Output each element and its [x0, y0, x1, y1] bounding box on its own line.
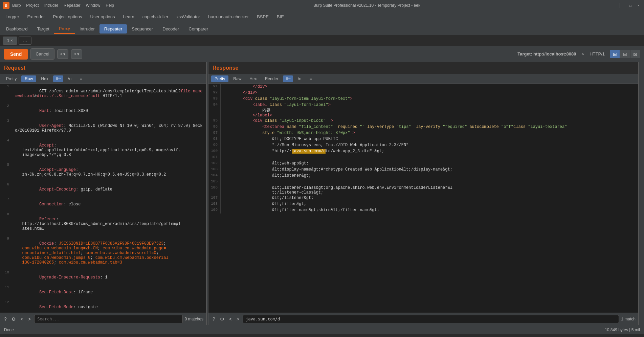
resp-line-92: 92 </div> [208, 90, 638, 96]
repeater-tab-1[interactable]: 1 × [3, 37, 17, 45]
resp-line-91: 91 </div> [208, 84, 638, 90]
nav-back-button[interactable]: < ▾ [57, 49, 68, 59]
req-linecontent-11: Sec-Fetch-Dest: iframe [12, 285, 206, 300]
tab-dashboard[interactable]: Dashboard [1, 24, 32, 33]
menu-intruder[interactable]: Intruder [44, 3, 58, 8]
menu-bspe[interactable]: BSPE [253, 12, 273, 21]
close-btn[interactable]: × [636, 3, 641, 8]
cancel-button[interactable]: Cancel [30, 48, 54, 60]
layout-split-btn[interactable]: ⊞ [610, 50, 620, 58]
repeater-tab-bar: 1 × … [0, 35, 644, 46]
resp-line-102: 102 &lt;web-app&gt; [208, 161, 638, 167]
tab-sequencer[interactable]: Sequencer [127, 24, 158, 33]
req-cookie-page: com.wibu.cm.webadmin.page= [103, 246, 166, 251]
req-linenum-2: 2 [0, 104, 12, 118]
req-search-prev-icon[interactable]: < [19, 316, 25, 322]
req-settings-icon[interactable]: ⚙ [10, 316, 17, 322]
req-cookie-tab: com.wibu.cm.webadmin.tab=3 [59, 260, 122, 265]
req-linenum-5: 5 [0, 162, 12, 182]
resp-search-prev-icon[interactable]: < [228, 316, 233, 322]
menu-project[interactable]: Project [26, 3, 39, 8]
menu-extender[interactable]: Extender [23, 12, 49, 21]
req-linecontent-12: Sec-Fetch-Mode: navigate [12, 300, 206, 313]
req-linecontent-4: Accept: text/html,application/xhtml+xml,… [12, 138, 206, 162]
req-cookie-box2: 130-172040265 [22, 260, 54, 265]
req-filter-icon[interactable]: ≡→ [53, 75, 63, 82]
menu-burp-unauth[interactable]: burp-unauth-checker [204, 12, 253, 21]
menu-captcha-killer[interactable]: captcha-killer [138, 12, 173, 21]
tab-comparer[interactable]: Comparer [184, 24, 213, 33]
request-format-tabs: Pretty Raw Hex ≡→ \n ≡ [0, 74, 206, 84]
tab-repeater[interactable]: Repeater [99, 24, 127, 33]
response-code-area[interactable]: 91 </div> 92 </div> 93 <div class="layui… [208, 84, 638, 313]
req-httpver: HTTP/1.1 [100, 94, 122, 98]
resp-settings-icon[interactable]: ⚙ [219, 316, 226, 322]
tab-proxy[interactable]: Proxy [54, 24, 75, 34]
tab-target[interactable]: Target [32, 24, 54, 33]
req-menu-icon[interactable]: ≡ [76, 75, 85, 82]
req-linecontent-3: User-Agent: Mozilla/5.0 (Windows NT 10.0… [12, 118, 206, 138]
resp-tab-render[interactable]: Render [262, 75, 282, 82]
menu-burp[interactable]: Burp [12, 3, 21, 8]
send-button[interactable]: Send [4, 49, 28, 60]
menu-bie[interactable]: BIE [273, 12, 288, 21]
target-label: Target: http://localhost:8080 [517, 51, 576, 57]
response-search-input[interactable] [243, 315, 619, 323]
req-tab-raw[interactable]: Raw [21, 75, 36, 82]
req-h4-name: Accept [39, 143, 54, 148]
nav-fwd-dropdown-icon: ▾ [77, 52, 79, 57]
req-line-10: 10 Upgrade-Insecure-Requests: 1 [0, 270, 206, 285]
menu-logger[interactable]: Logger [1, 12, 23, 21]
tab-intruder[interactable]: Intruder [75, 24, 99, 33]
layout-vert-btn[interactable]: ⊟ [620, 50, 630, 58]
menu-repeater[interactable]: Repeater [64, 3, 80, 8]
resp-newline-icon[interactable]: \n [294, 75, 305, 82]
menu-help[interactable]: Help [106, 3, 114, 8]
menu-learn[interactable]: Learn [119, 12, 138, 21]
resp-line-109: 109 &lt;filter-name&gt;shiro&lt;/filter-… [208, 207, 638, 214]
menu-xss-validator[interactable]: xssValidator [172, 12, 204, 21]
app-icon: B [3, 2, 9, 9]
req-h2-name: Host [39, 109, 49, 113]
request-panel: Request Pretty Raw Hex ≡→ \n ≡ 1 GET /of… [0, 62, 206, 325]
resp-line-101: 101 [208, 155, 638, 161]
repeater-tab-more[interactable]: … [19, 37, 31, 45]
tab-decoder[interactable]: Decoder [158, 24, 184, 33]
request-code-area[interactable]: 1 GET /ofcms_admin_war/admin/cms/templat… [0, 84, 206, 313]
resp-search-next-icon[interactable]: > [235, 316, 241, 322]
toolbar: Send Cancel < ▾ > ▾ Target: http://local… [0, 46, 644, 62]
req-search-next-icon[interactable]: > [27, 316, 32, 322]
req-h11-name: Sec-Fetch-Dest [39, 290, 73, 295]
title-bar: B Burp Project Intruder Repeater Window … [0, 0, 644, 11]
req-line-7: 7 Connection: close [0, 197, 206, 212]
req-help-icon[interactable]: ? [3, 316, 8, 322]
req-h9-name: Cookie [39, 241, 54, 246]
layout-horiz-btn[interactable]: ⊠ [630, 50, 640, 58]
resp-help-icon[interactable]: ? [211, 316, 217, 322]
resp-filter-icon[interactable]: ≡→ [283, 75, 293, 82]
response-search-bar: ? ⚙ < > 1 match [208, 313, 638, 325]
req-cookie-box: com.wibu.cm.webadmin.boxserial= [95, 255, 171, 260]
req-tab-pretty[interactable]: Pretty [3, 75, 20, 82]
edit-target-icon[interactable]: ✎ [581, 51, 584, 57]
request-search-input[interactable] [34, 315, 182, 323]
resp-line-93: 93 <div class="layui-form-item layui-for… [208, 96, 638, 102]
nav-fwd-button[interactable]: > ▾ [71, 49, 82, 59]
menu-user-options[interactable]: User options [86, 12, 119, 21]
resp-tab-pretty[interactable]: Pretty [211, 75, 228, 82]
resp-tab-raw[interactable]: Raw [230, 75, 245, 82]
layout-buttons: ⊞ ⊟ ⊠ [610, 50, 640, 58]
window-controls: — □ × [620, 3, 641, 8]
req-newline-icon[interactable]: \n [65, 75, 75, 82]
resp-menu-icon[interactable]: ≡ [306, 75, 315, 82]
maximize-btn[interactable]: □ [628, 3, 633, 8]
req-linenum-11: 11 [0, 285, 12, 300]
req-h6-name: Accept-Encoding [39, 187, 76, 192]
req-cookie-jsess: JSESSIONID=1E80B77F6C85A2F98F46C19F0BE97… [59, 241, 164, 246]
req-tab-hex[interactable]: Hex [38, 75, 51, 82]
menu-project-options[interactable]: Project options [49, 12, 86, 21]
req-linenum-8: 8 [0, 212, 12, 236]
menu-window[interactable]: Window [86, 3, 100, 8]
minimize-btn[interactable]: — [620, 3, 625, 8]
resp-tab-hex[interactable]: Hex [246, 75, 260, 82]
